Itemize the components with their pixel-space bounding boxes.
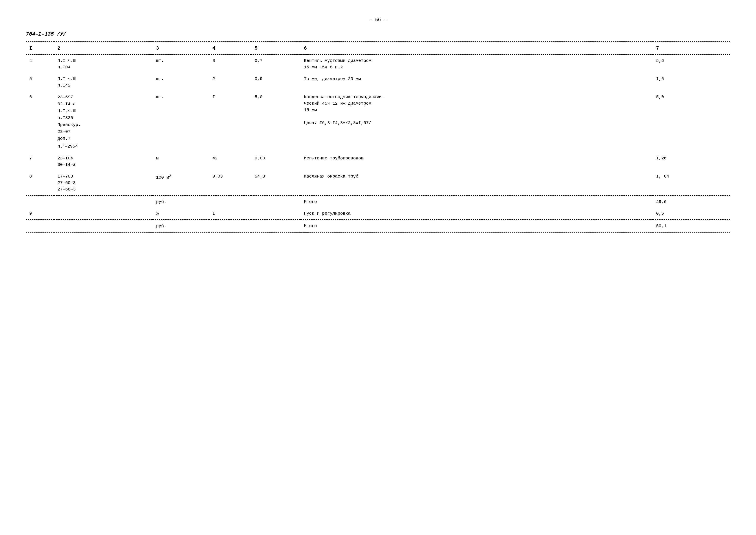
- cell-row9-col2: [54, 208, 153, 220]
- cell-row9-col5: [251, 208, 301, 220]
- cell-row5-col4: 2: [209, 73, 251, 91]
- cell-row4-col7: 5,6: [653, 55, 730, 73]
- cell-row4-col6: Вентиль муфтовый диаметром15 мм 15ч 8 п.…: [301, 55, 653, 73]
- cell-row5-col5: 0,9: [251, 73, 301, 91]
- cell-row8-col7: I, 64: [653, 171, 730, 195]
- subtotal1-col5: [251, 196, 301, 208]
- subtotal2-col4: [209, 220, 251, 232]
- cell-row8-col3: 100 м2: [153, 171, 209, 195]
- subtotal2-col3: руб.: [153, 220, 209, 232]
- cell-row6-col5: 5,0: [251, 91, 301, 153]
- cell-row5-col2: П.I ч.Шп.I42: [54, 73, 153, 91]
- cell-row8-col2: I7–70327–60–327–68–3: [54, 171, 153, 195]
- cell-row5-col3: шт.: [153, 73, 209, 91]
- cell-row8-col6: Масляная окраска труб: [301, 171, 653, 195]
- header-col3: 3: [153, 43, 209, 55]
- cell-row4-col5: 0,7: [251, 55, 301, 73]
- cell-row8-col4: 0,03: [209, 171, 251, 195]
- table-row: 5 П.I ч.Шп.I42 шт. 2 0,9 То же, диаметро…: [26, 73, 730, 91]
- main-table: I 2 3 4 5 6 7 4 П.I ч.Шп.I04 шт. 8 0,7 В…: [26, 42, 730, 233]
- table-row: 4 П.I ч.Шп.I04 шт. 8 0,7 Вентиль муфтовы…: [26, 55, 730, 73]
- cell-row6-col6: Конденсатоотводчик термодинами-ческий 45…: [301, 91, 653, 153]
- cell-row9-col3: %: [153, 208, 209, 220]
- cell-row9-col7: 0,5: [653, 208, 730, 220]
- table-row: 6 23–69732–I4–аЦ.I,ч.Шп.I336Прейскур.23–…: [26, 91, 730, 153]
- cell-row4-col1: 4: [26, 55, 54, 73]
- cell-row5-col1: 5: [26, 73, 54, 91]
- header-col6: 6: [301, 43, 653, 55]
- subtotal1-col3: руб.: [153, 196, 209, 208]
- cell-row9-col4: I: [209, 208, 251, 220]
- subtotal2-col7: 50,1: [653, 220, 730, 232]
- cell-row9-col1: 9: [26, 208, 54, 220]
- cell-row6-col4: I: [209, 91, 251, 153]
- subtotal1-col4: [209, 196, 251, 208]
- subtotal1-col7: 49,6: [653, 196, 730, 208]
- cell-row6-col3: шт.: [153, 91, 209, 153]
- subtotal2-col5: [251, 220, 301, 232]
- subtotal-row-1: руб. Итого 49,6: [26, 196, 730, 208]
- cell-row4-col2: П.I ч.Шп.I04: [54, 55, 153, 73]
- cell-row7-col4: 42: [209, 153, 251, 171]
- cell-row5-col7: I,6: [653, 73, 730, 91]
- cell-row7-col1: 7: [26, 153, 54, 171]
- cell-row5-col6: То же, диаметром 20 мм: [301, 73, 653, 91]
- subtotal-row-2: руб. Итого 50,1: [26, 220, 730, 232]
- cell-row6-col2: 23–69732–I4–аЦ.I,ч.Шп.I336Прейскур.23–07…: [54, 91, 153, 153]
- subtotal1-col2: [54, 196, 153, 208]
- cell-row6-col1: 6: [26, 91, 54, 153]
- table-row: 7 23–I0430–I4–а м 42 0,03 Испытание труб…: [26, 153, 730, 171]
- header-col2: 2: [54, 43, 153, 55]
- header-col1: I: [26, 43, 54, 55]
- header-col4: 4: [209, 43, 251, 55]
- subtotal2-col6: Итого: [301, 220, 653, 232]
- cell-row6-col7: 5,0: [653, 91, 730, 153]
- subtotal1-col1: [26, 196, 54, 208]
- cell-row7-col5: 0,03: [251, 153, 301, 171]
- cell-row7-col6: Испытание трубопроводов: [301, 153, 653, 171]
- page: — 5б — 704–I–135 /У/ I 2 3 4 5 6 7: [0, 0, 756, 535]
- subtotal1-col6: Итого: [301, 196, 653, 208]
- table-row: 9 % I Пуск и регулировка 0,5: [26, 208, 730, 220]
- table-bottom-border: [26, 232, 730, 233]
- cell-row7-col7: I,26: [653, 153, 730, 171]
- subtotal2-col2: [54, 220, 153, 232]
- header-col7: 7: [653, 43, 730, 55]
- cell-row4-col3: шт.: [153, 55, 209, 73]
- subtotal2-col1: [26, 220, 54, 232]
- cell-row4-col4: 8: [209, 55, 251, 73]
- page-number: — 5б —: [26, 17, 730, 23]
- table-header-row: I 2 3 4 5 6 7: [26, 43, 730, 55]
- header-col5: 5: [251, 43, 301, 55]
- doc-title: 704–I–135 /У/: [26, 31, 730, 37]
- cell-row8-col5: 54,8: [251, 171, 301, 195]
- cell-row7-col3: м: [153, 153, 209, 171]
- table-row: 8 I7–70327–60–327–68–3 100 м2 0,03 54,8 …: [26, 171, 730, 195]
- cell-row9-col6: Пуск и регулировка: [301, 208, 653, 220]
- cell-row7-col2: 23–I0430–I4–а: [54, 153, 153, 171]
- cell-row8-col1: 8: [26, 171, 54, 195]
